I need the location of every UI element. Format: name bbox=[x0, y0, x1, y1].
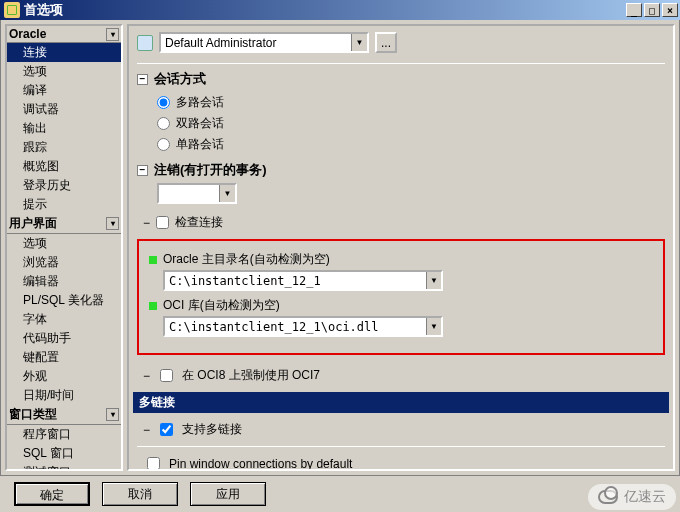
chevron-down-icon[interactable]: ▼ bbox=[426, 318, 441, 335]
admin-browse-button[interactable]: ... bbox=[375, 32, 397, 53]
check-connection-row[interactable]: − 检查连接 bbox=[137, 212, 665, 233]
tree-item[interactable]: 选项 bbox=[7, 62, 121, 81]
chevron-down-icon[interactable]: ▼ bbox=[426, 272, 441, 289]
minus-icon[interactable]: − bbox=[143, 423, 150, 437]
multi-link-header: 多链接 bbox=[133, 392, 669, 413]
content-area: Oracle ▾ 连接 选项 编译 调试器 输出 跟踪 概览图 登录历史 提示 … bbox=[0, 20, 680, 476]
tree-item[interactable]: 跟踪 bbox=[7, 138, 121, 157]
check-connection-checkbox[interactable] bbox=[156, 216, 169, 229]
radio-input[interactable] bbox=[157, 117, 170, 130]
radio-input[interactable] bbox=[157, 138, 170, 151]
tree-item[interactable]: 选项 bbox=[7, 234, 121, 253]
radio-label: 双路会话 bbox=[176, 115, 224, 132]
pin-window-row[interactable]: Pin window connections by default bbox=[137, 451, 665, 471]
oci-lib-input[interactable] bbox=[165, 320, 426, 334]
apply-button[interactable]: 应用 bbox=[190, 482, 266, 506]
oci8-force-row[interactable]: − 在 OCI8 上强制使用 OCI7 bbox=[137, 363, 665, 388]
tree-item-connection[interactable]: 连接 bbox=[7, 43, 121, 62]
preferences-tree[interactable]: Oracle ▾ 连接 选项 编译 调试器 输出 跟踪 概览图 登录历史 提示 … bbox=[5, 24, 123, 471]
radio-label: 单路会话 bbox=[176, 136, 224, 153]
tree-item[interactable]: 登录历史 bbox=[7, 176, 121, 195]
logoff-header-label: 注销(有打开的事务) bbox=[154, 161, 267, 179]
maximize-button[interactable]: □ bbox=[644, 3, 660, 17]
collapse-icon[interactable]: ▾ bbox=[106, 217, 119, 230]
admin-input[interactable] bbox=[161, 34, 351, 51]
admin-combo[interactable]: ▼ bbox=[159, 32, 369, 53]
tree-item[interactable]: 调试器 bbox=[7, 100, 121, 119]
session-header-label: 会话方式 bbox=[154, 70, 206, 88]
tree-item[interactable]: 程序窗口 bbox=[7, 425, 121, 444]
tree-item[interactable]: 提示 bbox=[7, 195, 121, 214]
oci8-checkbox[interactable] bbox=[160, 369, 173, 382]
collapse-icon[interactable]: ▾ bbox=[106, 408, 119, 421]
field-label-text: OCI 库(自动检测为空) bbox=[163, 297, 280, 314]
ok-button[interactable]: 确定 bbox=[14, 482, 90, 506]
status-dot-icon bbox=[149, 302, 157, 310]
dialog-buttons: 确定 取消 应用 bbox=[4, 480, 676, 508]
pin-checkbox[interactable] bbox=[147, 457, 160, 470]
chevron-down-icon[interactable]: ▼ bbox=[219, 185, 235, 202]
field-label-text: Oracle 主目录名(自动检测为空) bbox=[163, 251, 330, 268]
support-multi-row[interactable]: − 支持多链接 bbox=[137, 417, 665, 442]
tree-item[interactable]: 编译 bbox=[7, 81, 121, 100]
tree-group-windowtype[interactable]: 窗口类型 ▾ bbox=[7, 405, 121, 425]
tree-item[interactable]: SQL 窗口 bbox=[7, 444, 121, 463]
tree-item[interactable]: 概览图 bbox=[7, 157, 121, 176]
check-label: Pin window connections by default bbox=[169, 457, 352, 471]
tree-item[interactable]: 日期/时间 bbox=[7, 386, 121, 405]
check-label: 在 OCI8 上强制使用 OCI7 bbox=[182, 367, 320, 384]
chevron-down-icon[interactable]: ▼ bbox=[351, 34, 367, 51]
minus-icon[interactable]: − bbox=[137, 165, 148, 176]
minus-icon[interactable]: − bbox=[143, 216, 150, 230]
titlebar: 首选项 _ □ × bbox=[0, 0, 680, 20]
tree-group-oracle[interactable]: Oracle ▾ bbox=[7, 26, 121, 43]
tree-group-label: Oracle bbox=[9, 27, 46, 41]
highlighted-settings: Oracle 主目录名(自动检测为空) ▼ OCI 库(自动检测为空) ▼ bbox=[137, 239, 665, 355]
tree-item[interactable]: 输出 bbox=[7, 119, 121, 138]
radio-label: 多路会话 bbox=[176, 94, 224, 111]
tree-group-label: 用户界面 bbox=[9, 215, 57, 232]
watermark: 亿速云 bbox=[588, 484, 676, 510]
minus-icon[interactable]: − bbox=[143, 369, 150, 383]
tree-item[interactable]: 键配置 bbox=[7, 348, 121, 367]
oci-lib-label: OCI 库(自动检测为空) bbox=[149, 297, 653, 314]
oracle-home-combo[interactable]: ▼ bbox=[163, 270, 443, 291]
logoff-dropdown[interactable]: ▼ bbox=[157, 183, 237, 204]
minus-icon[interactable]: − bbox=[137, 74, 148, 85]
session-header: − 会话方式 bbox=[137, 70, 665, 88]
tree-item[interactable]: 编辑器 bbox=[7, 272, 121, 291]
logoff-header: − 注销(有打开的事务) bbox=[137, 161, 665, 179]
oracle-home-label: Oracle 主目录名(自动检测为空) bbox=[149, 251, 653, 268]
cloud-icon bbox=[598, 490, 618, 504]
tree-item[interactable]: PL/SQL 美化器 bbox=[7, 291, 121, 310]
check-label: 检查连接 bbox=[175, 214, 223, 231]
app-icon bbox=[4, 2, 20, 18]
status-dot-icon bbox=[149, 256, 157, 264]
close-button[interactable]: × bbox=[662, 3, 678, 17]
support-multi-checkbox[interactable] bbox=[160, 423, 173, 436]
tree-group-ui[interactable]: 用户界面 ▾ bbox=[7, 214, 121, 234]
cancel-button[interactable]: 取消 bbox=[102, 482, 178, 506]
collapse-icon[interactable]: ▾ bbox=[106, 28, 119, 41]
radio-dual-session[interactable]: 双路会话 bbox=[137, 113, 665, 134]
oci-lib-combo[interactable]: ▼ bbox=[163, 316, 443, 337]
tree-item[interactable]: 代码助手 bbox=[7, 329, 121, 348]
minimize-button[interactable]: _ bbox=[626, 3, 642, 17]
radio-input[interactable] bbox=[157, 96, 170, 109]
window-title: 首选项 bbox=[24, 1, 63, 19]
tree-group-label: 窗口类型 bbox=[9, 406, 57, 423]
admin-toolbar: ▼ ... bbox=[137, 32, 665, 53]
radio-single-session[interactable]: 单路会话 bbox=[137, 134, 665, 155]
tree-item[interactable]: 字体 bbox=[7, 310, 121, 329]
admin-icon bbox=[137, 35, 153, 51]
oracle-home-input[interactable] bbox=[165, 274, 426, 288]
tree-item[interactable]: 测试窗口 bbox=[7, 463, 121, 471]
radio-multi-session[interactable]: 多路会话 bbox=[137, 92, 665, 113]
settings-panel: ▼ ... − 会话方式 多路会话 双路会话 单路会话 − 注销(有打开的事务)… bbox=[127, 24, 675, 471]
watermark-text: 亿速云 bbox=[624, 488, 666, 506]
check-label: 支持多链接 bbox=[182, 421, 242, 438]
tree-item[interactable]: 浏览器 bbox=[7, 253, 121, 272]
tree-item[interactable]: 外观 bbox=[7, 367, 121, 386]
